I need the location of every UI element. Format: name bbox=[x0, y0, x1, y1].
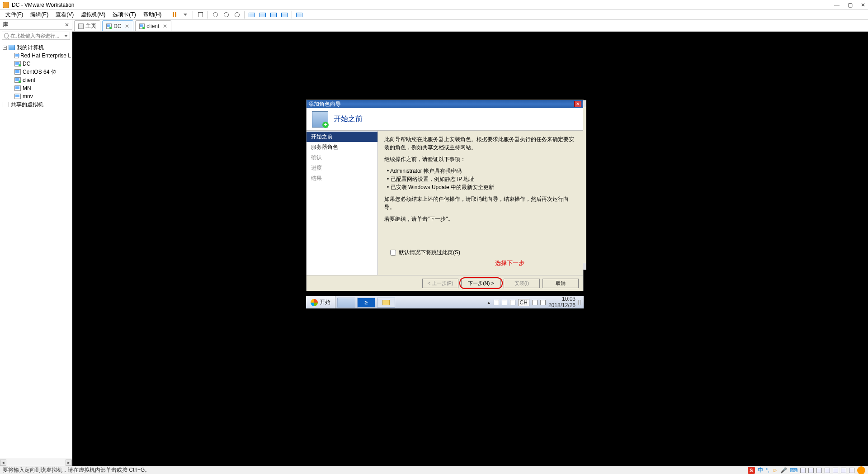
wizard-previous-button: < 上一步(P) bbox=[422, 279, 458, 288]
tab-label: client bbox=[146, 23, 159, 29]
vm-icon bbox=[14, 69, 21, 75]
menu-tabs[interactable]: 选项卡(T) bbox=[109, 10, 139, 19]
sidebar-horizontal-scrollbar[interactable]: ◄ ► bbox=[0, 459, 72, 466]
tab-dc[interactable]: DC ✕ bbox=[102, 20, 133, 31]
status-display-icon[interactable] bbox=[849, 468, 854, 473]
taskbar-server-manager-button[interactable] bbox=[337, 298, 355, 308]
wizard-nav-before-you-begin[interactable]: 开始之前 bbox=[307, 132, 377, 142]
window-minimize-button[interactable]: — bbox=[834, 2, 840, 8]
wizard-close-button[interactable]: ✕ bbox=[574, 101, 581, 107]
scroll-right-arrow[interactable]: ► bbox=[66, 460, 72, 466]
menu-file[interactable]: 文件(F) bbox=[2, 10, 27, 19]
start-button[interactable]: 开始 bbox=[306, 296, 335, 308]
sidebar-close-button[interactable]: ✕ bbox=[65, 22, 69, 28]
tray-time: 10:03 bbox=[548, 296, 576, 302]
toolbar-snapshot-button[interactable] bbox=[196, 11, 205, 19]
wizard-titlebar[interactable]: 添加角色向导 ✕ bbox=[307, 100, 583, 108]
vm-icon bbox=[14, 94, 21, 99]
tree-item-dc[interactable]: DC bbox=[1, 60, 71, 68]
tray-ime-indicator[interactable]: CH bbox=[518, 299, 529, 306]
toolbar-unity-button[interactable] bbox=[295, 11, 304, 19]
tray-help-icon[interactable] bbox=[540, 300, 546, 305]
tab-client[interactable]: client ✕ bbox=[135, 20, 171, 31]
ime-chinese-indicator[interactable]: 中 bbox=[758, 466, 763, 474]
sogou-ime-icon[interactable]: S bbox=[748, 467, 755, 474]
tree-label: MN bbox=[23, 85, 31, 91]
toolbar-fullscreen-button[interactable] bbox=[280, 11, 289, 19]
tree-item-client[interactable]: client bbox=[1, 76, 71, 84]
shared-vm-icon bbox=[3, 102, 9, 107]
tree-item-redhat[interactable]: Red Hat Enterprise L bbox=[1, 52, 71, 60]
ime-mic-icon[interactable]: 🎤 bbox=[780, 467, 787, 474]
tray-sound-icon[interactable] bbox=[510, 300, 515, 305]
sidebar-title: 库 bbox=[3, 21, 65, 28]
toolbar-pause-button[interactable] bbox=[170, 11, 179, 19]
tray-clock[interactable]: 10:03 2018/12/26 bbox=[548, 296, 576, 308]
status-cdrom-icon[interactable] bbox=[808, 468, 814, 473]
taskbar-explorer-button[interactable] bbox=[377, 298, 395, 308]
toolbar-layout1-button[interactable] bbox=[247, 11, 256, 19]
wizard-nav-server-roles[interactable]: 服务器角色 bbox=[307, 142, 377, 152]
scroll-left-arrow[interactable]: ◄ bbox=[0, 460, 6, 466]
toolbar-clock-button[interactable] bbox=[232, 11, 241, 19]
taskbar-powershell-button[interactable]: ≥ bbox=[357, 298, 375, 308]
tree-shared-vms[interactable]: 共享的虚拟机 bbox=[1, 100, 71, 109]
tray-network-icon[interactable] bbox=[502, 300, 507, 305]
tree-label: 共享的虚拟机 bbox=[11, 101, 43, 109]
ime-keyboard-icon[interactable]: ⌨ bbox=[790, 467, 797, 474]
search-dropdown-icon[interactable] bbox=[64, 35, 68, 37]
wizard-footer: < 上一步(P) 下一步(N) > 安装(I) 取消 bbox=[307, 275, 583, 291]
wizard-bullet: 已安装 Windows Update 中的最新安全更新 bbox=[387, 183, 577, 191]
toolbar-revert-button[interactable] bbox=[211, 11, 220, 19]
status-sound-icon[interactable] bbox=[833, 468, 838, 473]
window-maximize-button[interactable]: ▢ bbox=[848, 2, 853, 8]
host-titlebar: DC - VMware Workstation — ▢ ✕ bbox=[0, 0, 868, 10]
search-input[interactable] bbox=[10, 33, 62, 38]
ime-emoji-icon[interactable]: ☺ bbox=[772, 467, 778, 474]
tray-keyboard-icon[interactable] bbox=[532, 300, 538, 305]
menu-vm[interactable]: 虚拟机(M) bbox=[77, 10, 109, 19]
tree-item-centos[interactable]: CentOS 64 位 bbox=[1, 68, 71, 76]
tab-close-button[interactable]: ✕ bbox=[163, 23, 167, 29]
tree-root-my-computer[interactable]: – 我的计算机 bbox=[1, 43, 71, 52]
wizard-vertical-scrollbar[interactable] bbox=[583, 100, 586, 270]
menu-view[interactable]: 查看(V) bbox=[52, 10, 77, 19]
wizard-verify-text: 继续操作之前，请验证以下事项： bbox=[384, 155, 577, 163]
tree-item-mnv[interactable]: mnv bbox=[1, 92, 71, 100]
wizard-cancel-button[interactable]: 取消 bbox=[542, 279, 579, 288]
tray-show-hidden-icon[interactable]: ▲ bbox=[487, 300, 491, 305]
vm-running-icon bbox=[139, 24, 145, 29]
tray-show-desktop-button[interactable] bbox=[578, 300, 581, 305]
menubar: 文件(F) 编辑(E) 查看(V) 虚拟机(M) 选项卡(T) 帮助(H) bbox=[0, 10, 868, 20]
toolbar-power-dropdown[interactable] bbox=[181, 11, 190, 19]
toolbar-manage-snapshots-button[interactable] bbox=[222, 11, 231, 19]
collapse-icon[interactable]: – bbox=[3, 46, 7, 50]
status-network-icon[interactable] bbox=[816, 468, 822, 473]
skip-page-checkbox[interactable] bbox=[390, 250, 396, 256]
menu-edit[interactable]: 编辑(E) bbox=[27, 10, 52, 19]
tab-close-button[interactable]: ✕ bbox=[125, 23, 129, 29]
status-usb-icon[interactable] bbox=[825, 468, 830, 473]
menu-help[interactable]: 帮助(H) bbox=[140, 10, 165, 19]
wizard-nav-confirm: 确认 bbox=[307, 152, 377, 163]
sidebar-search[interactable] bbox=[2, 32, 70, 40]
status-printer-icon[interactable] bbox=[841, 468, 846, 473]
vm-tree: – 我的计算机 Red Hat Enterprise L DC CentOS 6… bbox=[0, 42, 72, 459]
tab-home[interactable]: 主页 bbox=[74, 20, 100, 31]
status-disk-icon[interactable] bbox=[800, 468, 806, 473]
ime-punct-icon[interactable]: °, bbox=[766, 467, 769, 474]
tree-item-mn[interactable]: MN bbox=[1, 84, 71, 92]
tray-flag-icon[interactable] bbox=[494, 300, 499, 305]
wizard-next-button[interactable]: 下一步(N) > bbox=[461, 279, 501, 288]
tab-label: 主页 bbox=[85, 22, 96, 30]
windows-start-icon bbox=[311, 299, 318, 306]
tree-label: mnv bbox=[23, 93, 33, 100]
wizard-header: 开始之前 bbox=[307, 108, 583, 131]
wizard-header-title: 开始之前 bbox=[334, 114, 363, 124]
skip-page-row: 默认情况下将跳过此页(S) bbox=[390, 249, 460, 256]
toolbar-layout2-button[interactable] bbox=[258, 11, 267, 19]
tree-label: Red Hat Enterprise L bbox=[20, 52, 71, 59]
window-close-button[interactable]: ✕ bbox=[861, 2, 865, 8]
toolbar-layout3-button[interactable] bbox=[269, 11, 278, 19]
vm-console[interactable]: 添加角色向导 ✕ 开始之前 开始之前 服务器角色 确认 进度 结果 bbox=[72, 32, 868, 466]
